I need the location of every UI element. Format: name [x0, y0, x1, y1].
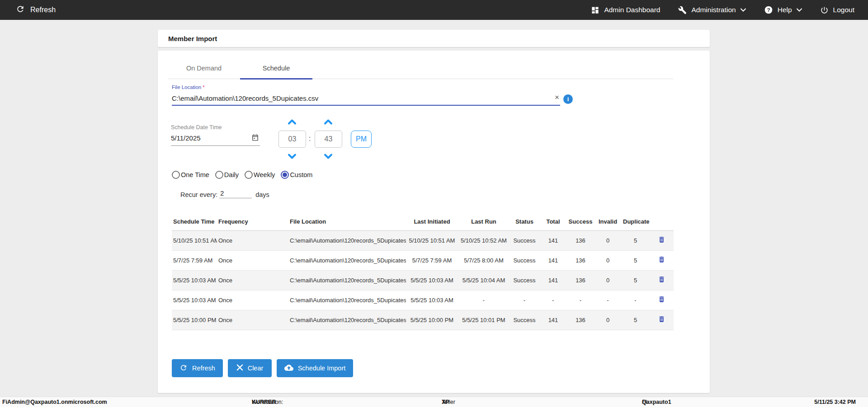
- cell-invalid: 0: [594, 270, 622, 290]
- col-duplicate: Duplicate: [622, 213, 649, 230]
- frequency-radio-group: One Time Daily Weekly Custom: [172, 171, 312, 179]
- cell-schedule-time: 5/5/25 10:00 PM: [172, 310, 217, 330]
- cell-action: [649, 310, 674, 330]
- cell-file-location: C:\email\Automation\120records_5Dupicate…: [288, 230, 406, 250]
- tab-on-demand[interactable]: On Demand: [168, 57, 240, 79]
- schedule-import-button[interactable]: Schedule Import: [277, 359, 353, 377]
- svg-text:?: ?: [767, 7, 770, 13]
- cell-duplicate: 5: [622, 270, 649, 290]
- minute-up-button[interactable]: [320, 117, 336, 126]
- clear-button[interactable]: Clear: [228, 359, 272, 377]
- admin-dashboard-menu[interactable]: Admin Dashboard: [591, 6, 660, 14]
- cell-action: [649, 230, 674, 250]
- cell-last-initiated: 5/10/25 10:51 AM: [406, 230, 458, 250]
- cell-duplicate: 5: [622, 250, 649, 270]
- cell-frequency: Once: [217, 230, 288, 250]
- calendar-icon[interactable]: [251, 134, 259, 143]
- help-icon: ?: [764, 5, 773, 14]
- tab-schedule[interactable]: Schedule: [240, 57, 312, 79]
- cell-invalid: -: [594, 290, 622, 310]
- cell-total: 141: [539, 270, 567, 290]
- cell-total: 141: [539, 310, 567, 330]
- schedule-date-field: [171, 132, 260, 146]
- cell-status: -: [509, 290, 539, 310]
- col-status: Status: [509, 213, 539, 230]
- refresh-icon: [16, 5, 25, 15]
- cell-schedule-time: 5/7/25 7:59 AM: [172, 250, 217, 270]
- schedule-date-input[interactable]: [171, 132, 248, 143]
- admin-dashboard-label: Admin Dashboard: [604, 6, 660, 14]
- table-row: 5/5/25 10:00 PM Once C:\email\Automation…: [172, 310, 674, 330]
- cell-status: Success: [509, 230, 539, 250]
- delete-schedule-button[interactable]: [657, 254, 666, 266]
- radio-daily[interactable]: Daily: [215, 171, 239, 179]
- delete-schedule-button[interactable]: [657, 274, 666, 286]
- meridiem-toggle-button[interactable]: PM: [351, 131, 372, 148]
- wrench-icon: [678, 6, 687, 14]
- col-file-location: File Location: [288, 213, 406, 230]
- logout-button[interactable]: Logout: [820, 6, 854, 14]
- col-success: Success: [567, 213, 594, 230]
- col-schedule-time: Schedule Time: [172, 213, 217, 230]
- cell-last-run: 5/5/25 10:01 PM: [458, 310, 509, 330]
- cell-last-initiated: 5/5/25 10:03 AM: [406, 290, 458, 310]
- administration-label: Administration: [691, 6, 736, 14]
- cell-success: 136: [567, 250, 594, 270]
- cell-success: -: [567, 290, 594, 310]
- radio-one-time[interactable]: One Time: [172, 171, 209, 179]
- cell-status: Success: [509, 310, 539, 330]
- cell-file-location: C:\email\Automation\120records_5Dupicate…: [288, 250, 406, 270]
- table-header-row: Schedule Time Frequency File Location La…: [172, 213, 674, 230]
- help-menu[interactable]: ? Help: [764, 5, 802, 14]
- topbar-refresh-button[interactable]: Refresh: [0, 5, 56, 15]
- hour-up-button[interactable]: [284, 117, 300, 126]
- radio-custom[interactable]: Custom: [281, 171, 312, 179]
- cell-invalid: 0: [594, 250, 622, 270]
- cell-frequency: Once: [217, 270, 288, 290]
- schedule-history-table: Schedule Time Frequency File Location La…: [172, 213, 674, 330]
- cell-file-location: C:\email\Automation\120records_5Dupicate…: [288, 310, 406, 330]
- cell-last-initiated: 5/7/25 7:59 AM: [406, 250, 458, 270]
- cell-success: 136: [567, 310, 594, 330]
- minute-down-button[interactable]: [320, 152, 336, 160]
- cell-status: Success: [509, 270, 539, 290]
- delete-schedule-button[interactable]: [657, 234, 666, 246]
- info-icon[interactable]: i: [563, 94, 573, 104]
- table-row: 5/7/25 7:59 AM Once C:\email\Automation\…: [172, 250, 674, 270]
- table-row: 5/10/25 10:51 AM Once C:\email\Automatio…: [172, 230, 674, 250]
- recur-interval-input[interactable]: [219, 190, 252, 198]
- hour-down-button[interactable]: [284, 152, 300, 160]
- clear-input-icon[interactable]: ×: [555, 93, 559, 102]
- recur-every-row: Recur every: days: [180, 190, 269, 198]
- chevron-down-icon: [797, 8, 802, 12]
- cell-duplicate: 5: [622, 310, 649, 330]
- radio-circle-icon: [172, 171, 180, 179]
- cell-schedule-time: 5/10/25 10:51 AM: [172, 230, 217, 250]
- cell-action: [649, 250, 674, 270]
- cell-action: [649, 290, 674, 310]
- cell-last-initiated: 5/5/25 10:03 AM: [406, 270, 458, 290]
- cell-duplicate: 5: [622, 230, 649, 250]
- file-location-input[interactable]: [172, 92, 560, 104]
- radio-weekly[interactable]: Weekly: [245, 171, 275, 179]
- administration-menu[interactable]: Administration: [678, 6, 745, 14]
- hour-input[interactable]: [279, 131, 306, 147]
- cell-success: 136: [567, 270, 594, 290]
- cell-last-initiated: 5/5/25 10:00 PM: [406, 310, 458, 330]
- col-invalid: Invalid: [594, 213, 622, 230]
- delete-schedule-button[interactable]: [657, 314, 666, 326]
- dashboard-icon: [591, 6, 599, 14]
- recur-every-label: Recur every:: [180, 191, 217, 198]
- cell-frequency: Once: [217, 290, 288, 310]
- delete-schedule-button[interactable]: [657, 294, 666, 306]
- power-icon: [820, 6, 829, 14]
- refresh-button[interactable]: Refresh: [172, 359, 223, 377]
- page-title: Member Import: [158, 35, 217, 42]
- cell-invalid: 0: [594, 230, 622, 250]
- status-bar: FiAdmin@Qaxpauto1.onmicrosoft.com Workst…: [0, 397, 868, 407]
- minute-input[interactable]: [315, 131, 342, 147]
- cell-last-run: -: [458, 290, 509, 310]
- logged-in-user: FiAdmin@Qaxpauto1.onmicrosoft.com: [2, 397, 107, 407]
- status-datetime: 5/11/25 3:42 PM: [814, 397, 856, 407]
- cell-schedule-time: 5/5/25 10:03 AM: [172, 270, 217, 290]
